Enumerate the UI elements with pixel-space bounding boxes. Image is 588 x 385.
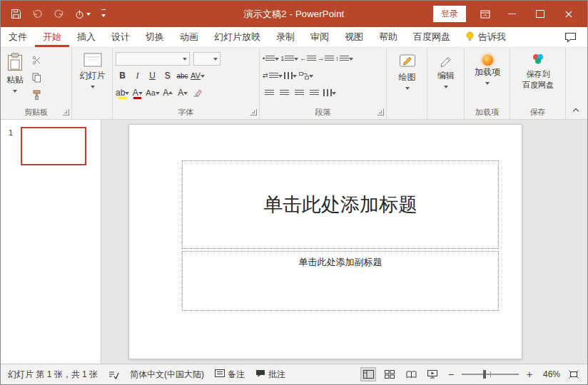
- tab-view[interactable]: 视图: [337, 27, 371, 47]
- italic-button[interactable]: I: [131, 69, 144, 83]
- cut-button[interactable]: [30, 53, 44, 67]
- maximize-button[interactable]: [533, 7, 547, 21]
- subtitle-placeholder-text: 单击此处添加副标题: [299, 256, 382, 269]
- slideshow-view-button[interactable]: [425, 367, 440, 381]
- strikethrough-button[interactable]: abc: [176, 69, 189, 83]
- slide-thumbnail-selected[interactable]: [21, 127, 86, 165]
- paragraph-dialog-launcher-icon[interactable]: [377, 109, 384, 115]
- baidu-save-label-line2: 百度网盘: [522, 81, 554, 89]
- redo-icon[interactable]: [54, 9, 64, 19]
- comments-pane-icon[interactable]: [564, 27, 587, 47]
- font-color-button[interactable]: A: [131, 86, 144, 100]
- align-center-button[interactable]: [278, 86, 291, 100]
- change-case-button[interactable]: Aa: [146, 86, 159, 100]
- decrease-indent-button[interactable]: ←: [300, 52, 316, 66]
- tell-me-box[interactable]: 告诉我: [458, 27, 513, 47]
- ribbon: 粘贴 剪贴板: [1, 48, 587, 120]
- subtitle-placeholder[interactable]: 单击此处添加副标题: [182, 251, 499, 311]
- notes-toggle[interactable]: 备注: [215, 369, 245, 381]
- tab-insert[interactable]: 插入: [69, 27, 103, 47]
- tab-file[interactable]: 文件: [1, 27, 35, 47]
- drawing-button[interactable]: 绘图: [396, 50, 419, 92]
- ribbon-display-options-icon[interactable]: [480, 9, 490, 19]
- bullets-button[interactable]: •: [263, 52, 279, 66]
- underline-button[interactable]: U: [146, 69, 159, 83]
- save-icon[interactable]: [11, 9, 21, 19]
- text-direction-button[interactable]: ⇄: [263, 69, 283, 83]
- align-left-icon: [265, 90, 274, 96]
- editing-button[interactable]: 编辑: [435, 50, 457, 91]
- zoom-in-button[interactable]: +: [524, 369, 534, 380]
- reading-view-button[interactable]: [403, 367, 419, 381]
- columns-button[interactable]: [323, 86, 336, 100]
- paste-button[interactable]: 粘贴: [4, 50, 26, 107]
- font-size-select[interactable]: [193, 52, 220, 66]
- convert-to-smartart-button[interactable]: [299, 69, 313, 83]
- font-group: B I U S abc AV ab A Aa A A: [113, 48, 260, 119]
- zoom-level[interactable]: 46%: [540, 369, 560, 379]
- bold-button[interactable]: B: [116, 69, 129, 83]
- format-painter-button[interactable]: [30, 88, 44, 101]
- text-shadow-button[interactable]: S: [161, 69, 174, 83]
- tab-record[interactable]: 录制: [268, 27, 303, 47]
- font-name-select[interactable]: [116, 52, 190, 66]
- zoom-slider[interactable]: [462, 374, 519, 375]
- character-spacing-button[interactable]: AV: [191, 69, 205, 83]
- qat-customize-icon[interactable]: [101, 9, 106, 19]
- drawing-group: 绘图: [387, 48, 427, 119]
- ribbon-tab-bar: 文件 开始 插入 设计 切换 动画 幻灯片放映 录制 审阅 视图 帮助 百度网盘…: [1, 27, 587, 48]
- highlight-color-button[interactable]: ab: [116, 86, 129, 100]
- tab-review[interactable]: 审阅: [303, 27, 337, 47]
- numbering-button[interactable]: 1: [280, 52, 298, 66]
- clipboard-small-buttons: [30, 50, 44, 107]
- slide-sorter-view-button[interactable]: [382, 367, 397, 381]
- tab-home[interactable]: 开始: [35, 27, 69, 47]
- align-right-button[interactable]: [293, 86, 306, 100]
- increase-indent-button[interactable]: →: [318, 52, 334, 66]
- comments-toggle[interactable]: 批注: [255, 369, 285, 381]
- numbering-icon: [285, 56, 294, 62]
- editing-icon: [439, 53, 453, 69]
- login-button[interactable]: 登录: [433, 6, 466, 22]
- new-slide-button[interactable]: 幻灯片: [77, 50, 108, 91]
- save-to-baidu-netdisk-button[interactable]: 保存到 百度网盘: [519, 50, 557, 89]
- lightbulb-icon: [465, 31, 475, 43]
- align-left-button[interactable]: [263, 86, 276, 100]
- addins-button[interactable]: 加载项: [472, 50, 503, 87]
- clear-formatting-button[interactable]: [191, 86, 205, 100]
- copy-button[interactable]: [30, 71, 44, 84]
- grow-font-button[interactable]: A: [161, 86, 175, 100]
- slide-canvas[interactable]: 单击此处添加标题 单击此处添加副标题: [128, 124, 522, 359]
- tab-baidu-netdisk[interactable]: 百度网盘: [405, 27, 458, 47]
- normal-view-button[interactable]: [360, 367, 376, 381]
- fit-slide-to-window-icon[interactable]: [566, 367, 582, 381]
- tab-design[interactable]: 设计: [103, 27, 138, 47]
- slide-number-indicator[interactable]: 幻灯片 第 1 张，共 1 张: [8, 369, 98, 381]
- text-direction-icon: [269, 73, 278, 79]
- zoom-out-button[interactable]: −: [446, 369, 456, 380]
- line-spacing-button[interactable]: ↕: [335, 52, 353, 66]
- language-indicator[interactable]: 简体中文(中国大陆): [130, 369, 204, 381]
- zoom-slider-thumb[interactable]: [483, 370, 486, 379]
- spellcheck-icon[interactable]: [108, 370, 119, 379]
- shrink-font-button[interactable]: A: [176, 86, 190, 100]
- clipboard-dialog-launcher-icon[interactable]: [63, 109, 69, 115]
- tell-me-label: 告诉我: [478, 31, 506, 43]
- tab-transitions[interactable]: 切换: [138, 27, 172, 47]
- minimize-button[interactable]: [505, 7, 519, 21]
- font-dialog-launcher-icon[interactable]: [250, 109, 257, 115]
- justify-button[interactable]: [308, 86, 321, 100]
- powerpoint-window: 演示文稿2 - PowerPoint 登录 文件 开始 插入 设计 切换 动画 …: [0, 0, 588, 385]
- align-text-icon: [284, 72, 293, 79]
- collapse-ribbon-icon[interactable]: [572, 106, 580, 115]
- titlebar: 演示文稿2 - PowerPoint 登录: [1, 1, 587, 27]
- align-text-button[interactable]: [284, 69, 298, 83]
- tab-help[interactable]: 帮助: [371, 27, 405, 47]
- touch-mode-icon[interactable]: [75, 9, 91, 19]
- close-button[interactable]: [562, 7, 576, 21]
- undo-icon[interactable]: [32, 9, 43, 19]
- tab-animations[interactable]: 动画: [172, 27, 206, 47]
- tab-slideshow[interactable]: 幻灯片放映: [206, 27, 268, 47]
- slides-group: 幻灯片: [72, 48, 113, 119]
- title-placeholder[interactable]: 单击此处添加标题: [182, 160, 499, 249]
